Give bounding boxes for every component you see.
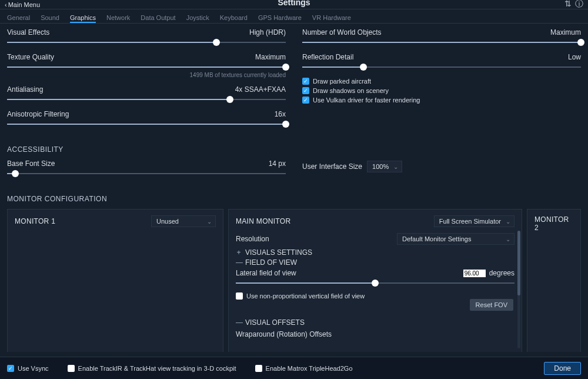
chevron-left-icon: ‹ (5, 1, 7, 8)
monitor-1-mode-dropdown[interactable]: Unused ⌄ (151, 215, 216, 227)
base-font-size-value: 14 px (269, 159, 286, 168)
chevron-down-icon: ⌄ (506, 236, 510, 242)
anisotropic-filtering-value: 16x (275, 110, 286, 118)
reflection-detail-slider[interactable]: Reflection DetailLow (302, 53, 581, 71)
antialiasing-value: 4x SSAA+FXAA (235, 85, 286, 94)
tab-graphics[interactable]: Graphics (70, 14, 96, 23)
texture-quality-slider[interactable]: Texture QualityMaximum1499 MB of texture… (7, 53, 286, 78)
main-monitor-title: MAIN MONITOR (236, 217, 290, 225)
settings-tabs: GeneralSoundGraphicsNetworkData OutputJo… (0, 9, 588, 24)
graphics-sliders-left: Visual EffectsHigh (HDR)Texture QualityM… (7, 28, 286, 135)
antialiasing-slider[interactable]: Antialiasing4x SSAA+FXAA (7, 85, 286, 103)
top-bar: ‹ Main Menu Settings ⇅ ⓘ (0, 0, 588, 9)
draw-parked-aircraft-label: Draw parked aircraft (313, 78, 371, 85)
reflection-detail-label: Reflection Detail (302, 53, 353, 61)
reflection-detail-value: Low (568, 53, 581, 61)
matrox-checkbox[interactable] (255, 365, 262, 372)
wraparound-offsets-label: Wraparound (Rotation) Offsets (236, 330, 514, 338)
visuals-settings-expander[interactable]: + VISUALS SETTINGS (236, 248, 514, 257)
resolution-dropdown[interactable]: Default Monitor Settings ⌄ (397, 233, 514, 245)
tab-general[interactable]: General (7, 14, 30, 23)
vsync-checkbox[interactable] (7, 365, 14, 372)
lateral-fov-slider[interactable] (236, 280, 514, 287)
monitor-1-title: MONITOR 1 (15, 217, 55, 225)
accessibility-heading: ACCESSIBILITY (7, 145, 581, 154)
chevron-down-icon: ⌄ (207, 218, 212, 225)
texture-quality-value: Maximum (255, 53, 286, 61)
back-to-main-menu[interactable]: ‹ Main Menu (5, 1, 40, 8)
tab-sound[interactable]: Sound (41, 14, 59, 23)
done-button[interactable]: Done (544, 362, 581, 375)
resolution-label: Resolution (236, 235, 269, 243)
draw-parked-aircraft-checkbox[interactable] (302, 78, 309, 85)
use-vulkan-driver-for-faster-rendering-checkbox[interactable] (302, 97, 309, 104)
plus-icon: + (236, 248, 242, 257)
trackir-checkbox[interactable] (68, 365, 75, 372)
vsync-label: Use Vsync (18, 365, 49, 372)
trackir-label: Enable TrackIR & TrackHat view tracking … (78, 365, 236, 372)
degrees-label: degrees (489, 269, 514, 277)
tab-keyboard[interactable]: Keyboard (220, 14, 248, 23)
chevron-down-icon: ⌄ (393, 164, 398, 170)
visual-effects-value: High (HDR) (249, 28, 286, 36)
field-of-view-expander[interactable]: — FIELD OF VIEW (236, 258, 514, 267)
minus-icon: — (236, 258, 242, 267)
visual-effects-slider[interactable]: Visual EffectsHigh (HDR) (7, 28, 286, 46)
tab-data-output[interactable]: Data Output (141, 14, 175, 23)
draw-shadows-on-scenery-label: Draw shadows on scenery (313, 87, 389, 94)
visual-offsets-expander[interactable]: — VISUAL OFFSETS (236, 318, 514, 327)
main-monitor-panel: MAIN MONITOR Full Screen Simulator ⌄ Res… (228, 209, 522, 352)
reset-fov-button[interactable]: Reset FOV (470, 299, 513, 311)
monitor-config-heading: MONITOR CONFIGURATION (7, 195, 581, 203)
anisotropic-filtering-slider[interactable]: Anisotropic Filtering16x (7, 110, 286, 128)
draw-shadows-on-scenery-checkbox[interactable] (302, 87, 309, 94)
texture-quality-hint: 1499 MB of textures currently loaded (7, 72, 286, 78)
ui-size-dropdown[interactable]: 100% ⌄ (367, 161, 402, 172)
monitor-1-panel: MONITOR 1 Unused ⌄ (7, 209, 223, 352)
lateral-fov-input[interactable] (463, 270, 486, 277)
chevron-down-icon: ⌄ (506, 218, 510, 225)
settings-window: ‹ Main Menu Settings ⇅ ⓘ GeneralSoundGra… (0, 0, 588, 379)
antialiasing-label: Antialiasing (7, 85, 43, 94)
anisotropic-filtering-label: Anisotropic Filtering (7, 110, 69, 118)
base-font-size-slider[interactable]: Base Font Size 14 px (7, 159, 286, 177)
monitor-2-panel: MONITOR 2 (527, 209, 581, 352)
nonprop-fov-label: Use non-proportional vertical field of v… (246, 292, 365, 300)
tab-network[interactable]: Network (106, 14, 130, 23)
visual-effects-label: Visual Effects (7, 28, 49, 36)
main-monitor-mode-dropdown[interactable]: Full Screen Simulator ⌄ (434, 215, 514, 227)
graphics-right-column: Number of World ObjectsMaximumReflection… (302, 28, 581, 135)
monitor-2-title: MONITOR 2 (534, 215, 573, 232)
tab-joystick[interactable]: Joystick (186, 14, 209, 23)
page-title: Settings (0, 0, 588, 7)
footer-bar: Use Vsync Enable TrackIR & TrackHat view… (0, 357, 588, 379)
tab-gps-hardware[interactable]: GPS Hardware (258, 14, 302, 23)
number-of-world-objects-label: Number of World Objects (302, 28, 382, 36)
texture-quality-label: Texture Quality (7, 53, 54, 61)
nonprop-fov-checkbox[interactable] (236, 292, 243, 300)
help-icon[interactable]: ⓘ (575, 0, 583, 9)
number-of-world-objects-slider[interactable]: Number of World ObjectsMaximum (302, 28, 581, 46)
topbar-actions: ⇅ ⓘ (564, 0, 583, 9)
lateral-fov-label: Lateral field of view (236, 269, 296, 277)
back-label: Main Menu (8, 1, 40, 8)
number-of-world-objects-value: Maximum (550, 28, 581, 36)
settings-toggle-icon[interactable]: ⇅ (564, 0, 572, 9)
main-monitor-scrollbar[interactable] (517, 231, 520, 348)
base-font-size-label: Base Font Size (7, 159, 55, 168)
graphics-tab-content: Visual EffectsHigh (HDR)Texture QualityM… (0, 24, 588, 352)
use-vulkan-driver-for-faster-rendering-label: Use Vulkan driver for faster rendering (313, 97, 420, 104)
tab-vr-hardware[interactable]: VR Hardware (312, 14, 351, 23)
ui-size-label: User Interface Size (302, 162, 362, 171)
minus-icon: — (236, 318, 242, 327)
matrox-label: Enable Matrox TripleHead2Go (266, 365, 353, 372)
